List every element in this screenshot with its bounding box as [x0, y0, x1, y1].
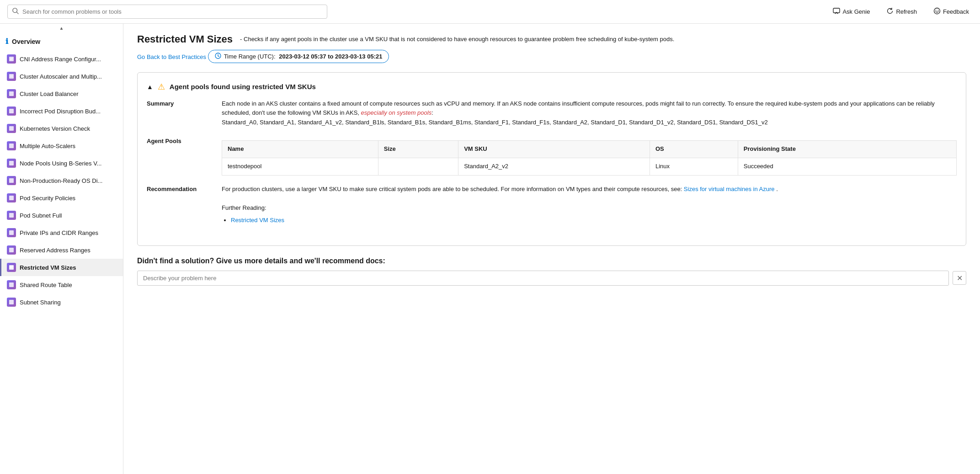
- load-balancer-icon: [7, 89, 16, 98]
- svg-rect-12: [9, 109, 14, 113]
- sidebar-item-k8s-version[interactable]: Kubernetes Version Check: [0, 120, 123, 137]
- feedback-icon: [933, 7, 941, 16]
- content-area: Restricted VM Sizes - Checks if any agen…: [123, 24, 980, 474]
- non-production-label: Non-Production-Ready OS Di...: [20, 177, 102, 184]
- cell-name: testnodepool: [222, 158, 378, 175]
- col-provisioning-state: Provisioning State: [738, 140, 956, 158]
- feedback-button[interactable]: Feedback: [930, 5, 973, 18]
- page-title: Restricted VM Sizes: [137, 33, 233, 46]
- main-layout: ▲ ℹ Overview CNI Address Range Configur.…: [0, 24, 980, 474]
- ask-genie-button[interactable]: Ask Genie: [829, 5, 873, 18]
- clear-input-button[interactable]: ✕: [953, 271, 966, 285]
- collapse-button[interactable]: ▲: [147, 83, 153, 91]
- sidebar-item-load-balancer[interactable]: Cluster Load Balancer: [0, 85, 123, 102]
- summary-label: Summary: [147, 99, 211, 128]
- autoscaler-label: Cluster Autoscaler and Multip...: [20, 73, 102, 80]
- reserved-address-label: Reserved Address Ranges: [20, 247, 91, 254]
- svg-rect-17: [9, 196, 14, 200]
- sidebar-item-private-ips[interactable]: Private IPs and CIDR Ranges: [0, 224, 123, 241]
- k8s-version-label: Kubernetes Version Check: [20, 125, 90, 132]
- sidebar-item-node-pools[interactable]: Node Pools Using B-Series V...: [0, 154, 123, 172]
- problem-input[interactable]: [137, 271, 949, 286]
- section-header: ▲ ⚠ Agent pools found using restricted V…: [147, 82, 957, 92]
- bottom-section: Didn't find a solution? Give us more det…: [137, 257, 966, 286]
- svg-point-5: [938, 10, 939, 11]
- reserved-address-icon: [7, 245, 16, 255]
- refresh-label: Refresh: [896, 8, 917, 15]
- svg-rect-23: [10, 267, 12, 268]
- node-pools-icon: [7, 159, 16, 168]
- sidebar: ▲ ℹ Overview CNI Address Range Configur.…: [0, 24, 123, 474]
- sidebar-item-restricted-vm[interactable]: Restricted VM Sizes: [0, 259, 123, 276]
- svg-rect-11: [9, 91, 14, 96]
- time-range-label: Time Range (UTC): 2023-03-12 05:37 to 20…: [224, 53, 383, 60]
- col-vm-sku: VM SKU: [458, 140, 650, 158]
- summary-content: Each node in an AKS cluster contains a f…: [222, 99, 957, 128]
- svg-rect-22: [10, 266, 13, 267]
- shared-route-label: Shared Route Table: [20, 282, 72, 288]
- summary-row: Summary Each node in an AKS cluster cont…: [147, 99, 957, 128]
- cell-os: Linux: [650, 158, 738, 175]
- restricted-vm-sizes-link[interactable]: Restricted VM Sizes: [231, 217, 284, 224]
- sidebar-item-pod-security[interactable]: Pod Security Policies: [0, 189, 123, 207]
- sidebar-item-overview[interactable]: ℹ Overview: [0, 32, 123, 50]
- recommendation-link[interactable]: Sizes for virtual machines in Azure: [684, 186, 776, 192]
- further-reading-label: Further Reading:: [222, 204, 266, 211]
- section-card: ▲ ⚠ Agent pools found using restricted V…: [137, 72, 966, 246]
- sidebar-item-non-production[interactable]: Non-Production-Ready OS Di...: [0, 172, 123, 189]
- svg-rect-16: [9, 178, 14, 183]
- search-input[interactable]: [22, 8, 322, 15]
- sidebar-item-subnet-sharing[interactable]: Subnet Sharing: [0, 293, 123, 311]
- sidebar-item-cni[interactable]: CNI Address Range Configur...: [0, 50, 123, 68]
- pod-security-label: Pod Security Policies: [20, 195, 75, 202]
- svg-rect-7: [10, 59, 13, 59]
- cell-provisioning-state: Succeeded: [738, 158, 956, 175]
- restricted-vm-icon: [7, 263, 16, 272]
- top-actions: Ask Genie Refresh Feedback: [829, 5, 973, 18]
- svg-rect-8: [10, 59, 12, 60]
- agent-pools-label: Agent Pools: [147, 137, 211, 176]
- go-back-link[interactable]: Go Back to Best Practices: [137, 53, 206, 60]
- table-row: testnodepool Standard_A2_v2 Linux Succee…: [222, 158, 957, 175]
- ask-genie-icon: [833, 7, 840, 16]
- multiple-autoscalers-icon: [7, 141, 16, 150]
- multiple-autoscalers-label: Multiple Auto-Scalers: [20, 143, 75, 149]
- sidebar-item-autoscaler[interactable]: Cluster Autoscaler and Multip...: [0, 68, 123, 85]
- section-title: Agent pools found using restricted VM SK…: [170, 83, 316, 91]
- pod-subnet-label: Pod Subnet Full: [20, 212, 62, 219]
- cell-vm-sku: Standard_A2_v2: [458, 158, 650, 175]
- recommendation-row: Recommendation For production clusters, …: [147, 185, 957, 227]
- time-range-badge: Time Range (UTC): 2023-03-12 05:37 to 20…: [208, 50, 389, 63]
- sidebar-item-multiple-autoscalers[interactable]: Multiple Auto-Scalers: [0, 137, 123, 154]
- page-title-row: Restricted VM Sizes - Checks if any agen…: [137, 33, 966, 46]
- recommendation-content: For production clusters, use a larger VM…: [222, 185, 957, 227]
- subnet-sharing-icon: [7, 298, 16, 307]
- sidebar-item-pod-disruption[interactable]: Incorrect Pod Disruption Bud...: [0, 102, 123, 120]
- problem-input-row: ✕: [137, 271, 966, 286]
- svg-point-3: [934, 8, 940, 14]
- search-box[interactable]: [7, 5, 327, 19]
- warning-icon: ⚠: [158, 82, 165, 92]
- page-description: - Checks if any agent pools in the clust…: [240, 33, 966, 44]
- cni-label: CNI Address Range Configur...: [20, 56, 101, 63]
- recommendation-text: For production clusters, use a larger VM…: [222, 186, 682, 192]
- private-ips-icon: [7, 228, 16, 237]
- non-production-icon: [7, 176, 16, 185]
- sidebar-item-reserved-address[interactable]: Reserved Address Ranges: [0, 241, 123, 259]
- cni-icon: [7, 54, 16, 64]
- sidebar-item-shared-route[interactable]: Shared Route Table: [0, 276, 123, 293]
- pod-subnet-icon: [7, 211, 16, 220]
- pod-security-icon: [7, 193, 16, 202]
- refresh-button[interactable]: Refresh: [883, 5, 921, 18]
- pod-disruption-icon: [7, 107, 16, 116]
- restricted-vm-label: Restricted VM Sizes: [20, 264, 76, 271]
- sidebar-item-pod-subnet[interactable]: Pod Subnet Full: [0, 207, 123, 224]
- svg-rect-18: [9, 213, 14, 218]
- further-reading-list: Restricted VM Sizes: [222, 216, 957, 225]
- summary-highlight: especially on system pools: [361, 109, 432, 116]
- bottom-title: Didn't find a solution? Give us more det…: [137, 257, 966, 265]
- subnet-sharing-label: Subnet Sharing: [20, 299, 61, 306]
- top-bar: Ask Genie Refresh Feedback: [0, 0, 980, 24]
- col-name: Name: [222, 140, 378, 158]
- svg-rect-14: [9, 144, 14, 148]
